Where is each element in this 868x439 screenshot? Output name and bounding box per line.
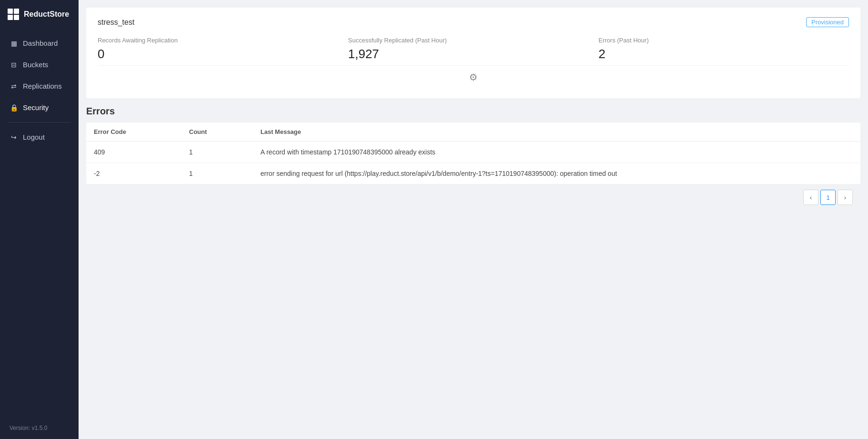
sidebar: ReductStore ▦ Dashboard ⊟ Buckets ⇄ Repl… [0, 0, 79, 439]
card-header: stress_test Provisioned [98, 17, 849, 27]
settings-icon[interactable]: ⚙ [469, 71, 478, 83]
sidebar-item-label: Security [23, 103, 49, 112]
sidebar-item-replications[interactable]: ⇄ Replications [0, 75, 79, 97]
replication-name: stress_test [98, 18, 134, 27]
stat-errors-label: Errors (Past Hour) [599, 37, 849, 44]
header-count: Count [189, 128, 260, 135]
version-label: Version: v1.5.0 [0, 417, 79, 439]
replications-icon: ⇄ [10, 82, 18, 90]
stat-replicated-value: 1,927 [348, 47, 599, 61]
stat-errors-value: 2 [599, 47, 849, 61]
stats-row: Records Awaiting Replication 0 Successfu… [98, 37, 849, 61]
stat-replicated-label: Successfully Replicated (Past Hour) [348, 37, 599, 44]
cell-last-message: A record with timestamp 1710190748395000… [260, 148, 853, 156]
sidebar-item-buckets[interactable]: ⊟ Buckets [0, 54, 79, 75]
sidebar-item-label: Dashboard [23, 39, 58, 47]
errors-table: Error Code Count Last Message 409 1 A re… [86, 123, 860, 184]
provisioned-badge: Provisioned [806, 17, 849, 27]
main-content: stress_test Provisioned Records Awaiting… [79, 0, 868, 439]
pagination: ‹ 1 › [86, 184, 860, 211]
sidebar-item-dashboard[interactable]: ▦ Dashboard [0, 32, 79, 54]
stat-replicated: Successfully Replicated (Past Hour) 1,92… [348, 37, 599, 61]
stat-awaiting-label: Records Awaiting Replication [98, 37, 348, 44]
logout-label: Logout [23, 133, 45, 141]
security-icon: 🔒 [10, 104, 18, 112]
cell-error-code: -2 [94, 170, 189, 177]
buckets-icon: ⊟ [10, 61, 18, 69]
stat-errors: Errors (Past Hour) 2 [599, 37, 849, 61]
settings-row: ⚙ [98, 65, 849, 89]
sidebar-divider [8, 122, 71, 123]
replication-card: stress_test Provisioned Records Awaiting… [86, 8, 860, 98]
logo-icon [8, 9, 19, 20]
sidebar-item-security[interactable]: 🔒 Security [0, 97, 79, 118]
logo[interactable]: ReductStore [0, 0, 79, 29]
errors-title: Errors [86, 106, 860, 117]
table-header: Error Code Count Last Message [86, 123, 860, 142]
table-row: -2 1 error sending request for url (http… [86, 163, 860, 184]
header-error-code: Error Code [94, 128, 189, 135]
app-name: ReductStore [24, 10, 69, 19]
table-row: 409 1 A record with timestamp 1710190748… [86, 142, 860, 163]
pagination-page-1-button[interactable]: 1 [820, 190, 836, 205]
logout-icon: ↪ [10, 133, 18, 141]
sidebar-nav: ▦ Dashboard ⊟ Buckets ⇄ Replications 🔒 S… [0, 29, 79, 417]
cell-last-message: error sending request for url (https://p… [260, 170, 853, 177]
cell-count: 1 [189, 148, 260, 156]
stat-awaiting: Records Awaiting Replication 0 [98, 37, 348, 61]
sidebar-item-label: Buckets [23, 61, 48, 69]
sidebar-item-label: Replications [23, 82, 62, 90]
stat-awaiting-value: 0 [98, 47, 348, 61]
cell-error-code: 409 [94, 148, 189, 156]
cell-count: 1 [189, 170, 260, 177]
errors-section: Errors Error Code Count Last Message 409… [86, 106, 860, 211]
pagination-next-button[interactable]: › [838, 190, 853, 205]
header-last-message: Last Message [260, 128, 853, 135]
pagination-prev-button[interactable]: ‹ [803, 190, 818, 205]
sidebar-item-logout[interactable]: ↪ Logout [0, 126, 79, 148]
dashboard-icon: ▦ [10, 40, 18, 47]
